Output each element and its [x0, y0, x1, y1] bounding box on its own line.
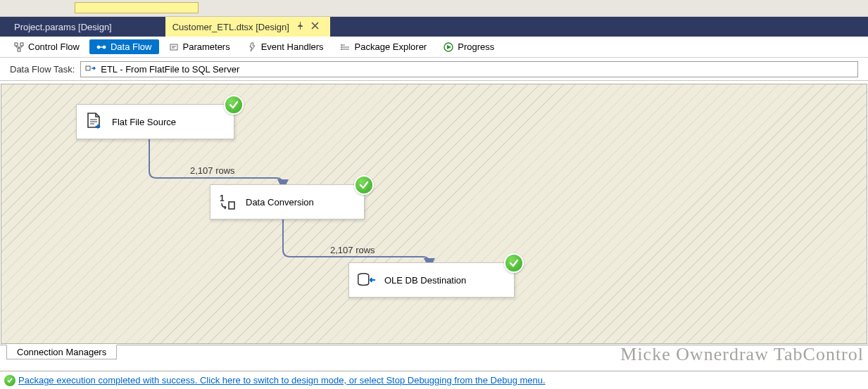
svg-point-8: [341, 49, 342, 50]
tab-progress[interactable]: Progress: [436, 39, 501, 54]
status-bar: Package execution completed with success…: [0, 371, 868, 389]
svg-point-6: [341, 44, 342, 46]
success-check-icon: [224, 95, 244, 115]
top-highlight-box: [75, 2, 199, 13]
event-handlers-icon: [247, 42, 257, 52]
svg-rect-12: [229, 202, 234, 209]
designer-tabs: Control Flow Data Flow Parameters Event …: [0, 37, 868, 58]
svg-rect-5: [170, 44, 177, 50]
node-data-conversion[interactable]: 1 Data Conversion: [210, 184, 365, 219]
tab-package-explorer[interactable]: Package Explorer: [334, 39, 434, 54]
tab-label: Event Handlers: [261, 42, 324, 52]
node-label: Flat File Source: [112, 117, 176, 127]
doc-tab-customer-etl[interactable]: Customer_ETL.dtsx [Design]: [165, 17, 330, 37]
tab-label: Parameters: [183, 42, 230, 52]
data-flow-task-value: ETL - From FlatFile to SQL Server: [101, 64, 239, 75]
data-flow-task-combo[interactable]: ETL - From FlatFile to SQL Server: [80, 61, 858, 77]
tab-label: Package Explorer: [355, 42, 427, 52]
svg-point-4: [103, 46, 106, 49]
node-label: Data Conversion: [246, 197, 314, 208]
tab-label: Control Flow: [28, 42, 80, 52]
doc-tab-label: Project.params [Design]: [14, 22, 112, 32]
doc-tab-label: Customer_ETL.dtsx [Design]: [172, 22, 289, 32]
package-explorer-icon: [341, 42, 351, 52]
connection-managers-panel: Connection Managers Micke Ownerdraw TabC…: [0, 345, 868, 360]
progress-icon: [444, 42, 453, 52]
tab-label: Progress: [458, 42, 494, 52]
node-label: OLE DB Destination: [384, 275, 466, 286]
data-flow-icon: [96, 42, 106, 52]
svg-rect-2: [18, 49, 20, 51]
connection-managers-tab[interactable]: Connection Managers: [6, 345, 117, 359]
top-toolbar-strip: [0, 0, 868, 17]
rowcount-source-to-conv: 2,107 rows: [190, 165, 235, 176]
svg-rect-0: [15, 43, 18, 46]
status-message-link[interactable]: Package execution completed with success…: [18, 375, 546, 385]
rowcount-conv-to-dest: 2,107 rows: [330, 245, 375, 255]
pin-icon[interactable]: [296, 22, 304, 32]
pipeline-icon: [85, 63, 96, 75]
tab-control-flow[interactable]: Control Flow: [7, 39, 87, 54]
node-ole-db-destination[interactable]: OLE DB Destination: [348, 262, 515, 298]
tab-data-flow[interactable]: Data Flow: [89, 39, 159, 54]
data-flow-task-bar: Data Flow Task: ETL - From FlatFile to S…: [0, 58, 868, 81]
tab-label: Data Flow: [111, 42, 152, 52]
data-conversion-icon: 1: [218, 192, 237, 212]
success-check-icon: [504, 253, 524, 273]
flat-file-source-icon: [84, 112, 103, 132]
ole-db-destination-icon: [356, 270, 376, 290]
data-flow-task-label: Data Flow Task:: [10, 64, 75, 75]
tab-event-handlers[interactable]: Event Handlers: [240, 39, 331, 54]
parameters-icon: [169, 42, 179, 52]
status-success-icon: [4, 375, 15, 386]
watermark-text: Micke Ownerdraw TabControl: [620, 344, 864, 365]
svg-rect-1: [20, 43, 23, 46]
tab-parameters[interactable]: Parameters: [162, 39, 237, 54]
document-tabs: Project.params [Design] Customer_ETL.dts…: [0, 17, 868, 37]
success-check-icon: [354, 175, 374, 195]
close-icon[interactable]: [311, 22, 319, 32]
node-flat-file-source[interactable]: Flat File Source: [76, 104, 234, 139]
connector-source-to-conv: [149, 136, 290, 192]
svg-point-7: [341, 46, 342, 48]
control-flow-icon: [14, 42, 24, 52]
svg-point-3: [97, 46, 100, 49]
design-canvas[interactable]: Flat File Source 2,107 rows 1 Data Conve…: [1, 84, 867, 344]
doc-tab-project-params[interactable]: Project.params [Design]: [7, 17, 123, 37]
svg-rect-10: [86, 66, 90, 70]
svg-text:1: 1: [220, 193, 225, 203]
